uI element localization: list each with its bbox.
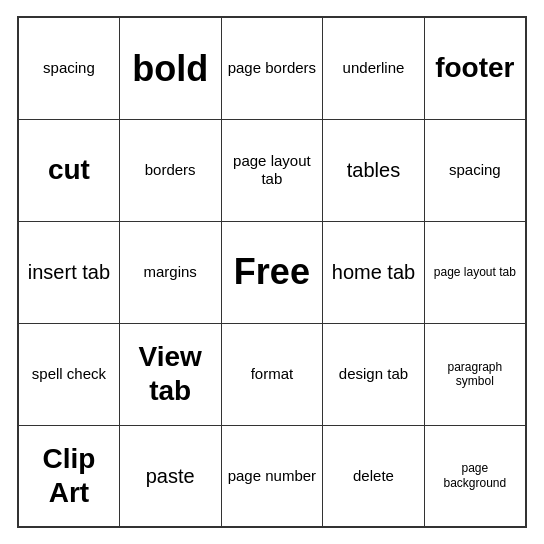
- cell-r3-c1: View tab: [119, 323, 221, 425]
- cell-text-r2-c1: margins: [124, 263, 217, 281]
- cell-text-r0-c4: footer: [429, 51, 521, 85]
- cell-text-r3-c4: paragraph symbol: [429, 360, 521, 389]
- cell-text-r4-c2: page number: [226, 467, 319, 485]
- cell-text-r2-c0: insert tab: [23, 260, 115, 284]
- cell-r2-c4: page layout tab: [424, 221, 526, 323]
- cell-r4-c4: page background: [424, 425, 526, 527]
- cell-r1-c1: borders: [119, 119, 221, 221]
- cell-text-r3-c0: spell check: [23, 365, 115, 383]
- cell-r0-c0: spacing: [18, 17, 119, 119]
- cell-text-r3-c3: design tab: [327, 365, 419, 383]
- cell-r4-c0: Clip Art: [18, 425, 119, 527]
- cell-text-r3-c1: View tab: [124, 340, 217, 407]
- cell-r1-c4: spacing: [424, 119, 526, 221]
- cell-text-r2-c3: home tab: [327, 260, 419, 284]
- cell-r3-c0: spell check: [18, 323, 119, 425]
- cell-text-r1-c2: page layout tab: [226, 152, 319, 188]
- cell-r3-c4: paragraph symbol: [424, 323, 526, 425]
- cell-r1-c0: cut: [18, 119, 119, 221]
- cell-r0-c3: underline: [323, 17, 424, 119]
- cell-r4-c2: page number: [221, 425, 323, 527]
- cell-r0-c1: bold: [119, 17, 221, 119]
- cell-text-r2-c4: page layout tab: [429, 265, 521, 279]
- cell-text-r2-c2: Free: [226, 250, 319, 293]
- cell-text-r0-c3: underline: [327, 59, 419, 77]
- cell-text-r4-c4: page background: [429, 461, 521, 490]
- cell-text-r0-c2: page borders: [226, 59, 319, 77]
- cell-r3-c2: format: [221, 323, 323, 425]
- cell-text-r1-c3: tables: [327, 158, 419, 182]
- cell-r4-c1: paste: [119, 425, 221, 527]
- cell-text-r0-c0: spacing: [23, 59, 115, 77]
- cell-r2-c2: Free: [221, 221, 323, 323]
- cell-text-r1-c0: cut: [23, 153, 115, 187]
- cell-text-r3-c2: format: [226, 365, 319, 383]
- cell-r1-c3: tables: [323, 119, 424, 221]
- cell-r3-c3: design tab: [323, 323, 424, 425]
- cell-text-r1-c4: spacing: [429, 161, 521, 179]
- cell-text-r4-c1: paste: [124, 464, 217, 488]
- cell-r2-c0: insert tab: [18, 221, 119, 323]
- cell-r2-c1: margins: [119, 221, 221, 323]
- cell-r4-c3: delete: [323, 425, 424, 527]
- cell-r1-c2: page layout tab: [221, 119, 323, 221]
- cell-text-r1-c1: borders: [124, 161, 217, 179]
- cell-r0-c2: page borders: [221, 17, 323, 119]
- cell-r2-c3: home tab: [323, 221, 424, 323]
- cell-text-r4-c3: delete: [327, 467, 419, 485]
- cell-text-r0-c1: bold: [124, 47, 217, 90]
- cell-r0-c4: footer: [424, 17, 526, 119]
- bingo-board: spacingboldpage bordersunderlinefootercu…: [17, 16, 527, 528]
- cell-text-r4-c0: Clip Art: [23, 442, 115, 509]
